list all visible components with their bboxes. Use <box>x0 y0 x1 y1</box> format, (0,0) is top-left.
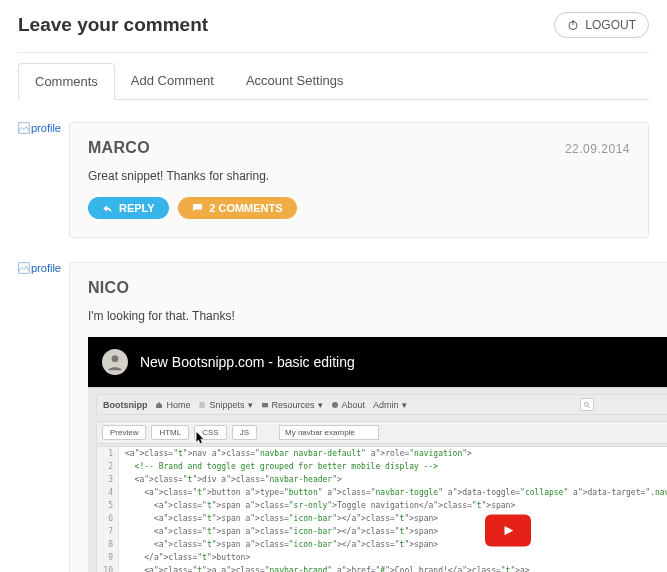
comment-author: MARCO <box>88 139 150 157</box>
search-button[interactable] <box>580 398 594 411</box>
editor-tab-preview[interactable]: Preview <box>102 425 146 440</box>
reply-icon <box>102 203 113 214</box>
comment-body: I'm looking for that. Thanks! <box>88 309 667 323</box>
list-icon <box>198 401 206 409</box>
avatar: profile <box>18 262 61 274</box>
broken-image-icon <box>18 122 30 134</box>
logout-label: LOGOUT <box>585 18 636 32</box>
svg-point-4 <box>112 355 119 362</box>
search-icon <box>583 401 591 409</box>
app-toolbar: Bootsnipp Home Snippets ▾ Resources ▾ Ab… <box>96 394 667 415</box>
page-title: Leave your comment <box>18 14 208 36</box>
home-icon <box>155 401 163 409</box>
tab-add-comment[interactable]: Add Comment <box>115 63 230 100</box>
reply-button[interactable]: REPLY <box>88 197 169 219</box>
comment-row: profile MARCO 22.09.2014 Great snippet! … <box>18 122 649 238</box>
channel-avatar[interactable] <box>102 349 128 375</box>
avatar: profile <box>18 122 61 134</box>
video-header: New Bootsnipp.com - basic editing Watch … <box>88 337 667 387</box>
code-editor[interactable]: 1<a">class="t">nav a">class="navbar navb… <box>96 446 667 572</box>
video-embed[interactable]: New Bootsnipp.com - basic editing Watch … <box>88 337 667 572</box>
reply-label: REPLY <box>119 202 155 214</box>
svg-line-9 <box>588 406 590 408</box>
video-title: New Bootsnipp.com - basic editing <box>140 354 667 370</box>
tabs: Comments Add Comment Account Settings <box>18 63 649 100</box>
editor-tab-html[interactable]: HTML <box>151 425 189 440</box>
broken-image-icon <box>18 262 30 274</box>
tab-content: profile MARCO 22.09.2014 Great snippet! … <box>18 100 649 572</box>
svg-point-8 <box>585 402 589 406</box>
logout-button[interactable]: LOGOUT <box>554 12 649 38</box>
comments-button[interactable]: 2 COMMENTS <box>178 197 296 219</box>
cursor-icon <box>196 432 206 446</box>
play-icon <box>501 524 515 538</box>
tab-account-settings[interactable]: Account Settings <box>230 63 360 100</box>
tab-comments[interactable]: Comments <box>18 63 115 100</box>
nav-home[interactable]: Home <box>155 400 190 410</box>
editor-toolbar: Preview HTML CSS JS My navbar example Bo… <box>96 421 667 444</box>
nav-resources[interactable]: Resources ▾ <box>261 400 323 410</box>
comment-icon <box>192 203 203 214</box>
nav-snippets[interactable]: Snippets ▾ <box>198 400 252 410</box>
header-divider <box>18 52 649 53</box>
editor-tab-js[interactable]: JS <box>232 425 257 440</box>
power-icon <box>567 19 579 31</box>
folder-icon <box>261 401 269 409</box>
comment-author: NICO <box>88 279 129 297</box>
comment-row: profile NICO 22.09.2014 I'm looking for … <box>18 262 649 572</box>
video-preview-frame: Bootsnipp Home Snippets ▾ Resources ▾ Ab… <box>88 387 667 572</box>
nav-about[interactable]: About <box>331 400 366 410</box>
comment-panel: NICO 22.09.2014 I'm looking for that. Th… <box>69 262 667 572</box>
svg-rect-6 <box>262 403 268 407</box>
comment-date: 22.09.2014 <box>565 142 630 156</box>
info-icon <box>331 401 339 409</box>
comments-label: 2 COMMENTS <box>209 202 282 214</box>
nav-admin[interactable]: Admin ▾ <box>373 400 407 410</box>
snippet-name-input[interactable]: My navbar example <box>279 425 379 440</box>
comment-body: Great snippet! Thanks for sharing. <box>88 169 630 183</box>
app-brand[interactable]: Bootsnipp <box>103 400 148 410</box>
play-button[interactable] <box>485 515 531 547</box>
comment-panel: MARCO 22.09.2014 Great snippet! Thanks f… <box>69 122 649 238</box>
svg-point-7 <box>332 402 338 408</box>
